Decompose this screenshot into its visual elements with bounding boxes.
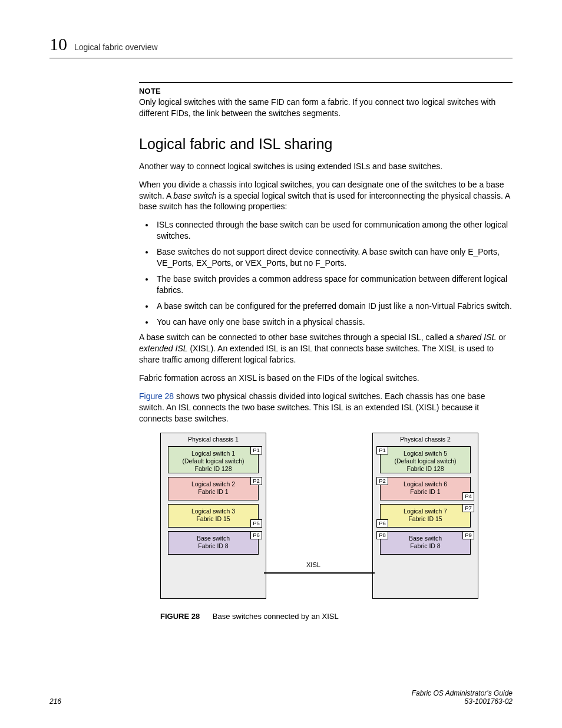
page-number: 216: [49, 697, 61, 706]
xisl-label: XISL: [306, 561, 320, 568]
bullet-list: ISLs connected through the base switch c…: [154, 219, 513, 327]
ls-line: (Default logical switch): [394, 457, 456, 465]
xisl-connection-line: [264, 572, 375, 574]
port-p2: P2: [376, 477, 388, 485]
port-p4: P4: [462, 492, 474, 500]
paragraph-3: A base switch can be connected to other …: [139, 332, 513, 365]
ls-line: Logical switch 7: [404, 508, 447, 515]
ls-line: Base switch: [409, 535, 442, 542]
logical-switch-7: Logical switch 7 Fabric ID 15 P6 P7: [380, 504, 471, 528]
ls-line: (Default logical switch): [182, 457, 244, 465]
list-item: The base switch provides a common addres…: [154, 274, 513, 296]
p3-ital1: shared ISL: [457, 332, 497, 342]
note-rule: [139, 82, 513, 83]
ls-line: Base switch: [197, 535, 230, 542]
chassis1-title: Physical chassis 1: [161, 436, 266, 443]
chassis2-title: Physical chassis 2: [373, 436, 478, 443]
ls-line: Fabric ID 15: [408, 515, 442, 522]
paragraph-5: Figure 28 shows two physical chassis div…: [139, 391, 513, 424]
ls-line: Logical switch 1: [191, 450, 235, 457]
list-item: You can have only one base switch in a p…: [154, 317, 513, 328]
logical-switch-3: Logical switch 3 Fabric ID 15 P5: [168, 504, 259, 528]
logical-switch-5: Logical switch 5 (Default logical switch…: [380, 446, 471, 473]
p3-a: A base switch can be connected to other …: [139, 332, 457, 342]
port-p1: P1: [250, 446, 262, 454]
ls-line: Fabric ID 8: [198, 542, 228, 549]
ls-line: Logical switch 6: [404, 480, 447, 487]
note-label: NOTE: [139, 87, 513, 95]
ls-line: Fabric ID 128: [194, 465, 232, 472]
port-p9: P9: [462, 531, 474, 539]
ls-line: Fabric ID 1: [198, 488, 228, 495]
p3-ital2: extended ISL: [139, 344, 188, 353]
logical-switch-1: Logical switch 1 (Default logical switch…: [168, 446, 259, 473]
physical-chassis-2: Physical chassis 2 Logical switch 5 (Def…: [372, 433, 478, 599]
p2-italic: base switch: [173, 191, 216, 200]
ls-line: Logical switch 5: [404, 450, 447, 457]
list-item: A base switch can be configured for the …: [154, 301, 513, 312]
ls-line: Fabric ID 15: [196, 515, 230, 522]
port-p6: P6: [376, 519, 388, 528]
ls-line: Fabric ID 128: [406, 465, 444, 472]
ls-line: Fabric ID 8: [410, 542, 440, 549]
doc-title: Fabric OS Administrator's Guide: [412, 689, 513, 697]
section-heading: Logical fabric and ISL sharing: [139, 136, 513, 153]
p5-rest: shows two physical chassis divided into …: [139, 391, 485, 423]
port-p1: P1: [376, 446, 388, 454]
figure-caption: FIGURE 28 Base switches connected by an …: [160, 612, 513, 621]
figure-28: Physical chassis 1 Logical switch 1 (Def…: [160, 433, 513, 621]
logical-switch-6: Logical switch 6 Fabric ID 1 P2 P4: [380, 477, 471, 500]
note-body: Only logical switches with the same FID …: [139, 97, 513, 119]
port-p5: P5: [250, 519, 262, 528]
physical-chassis-1: Physical chassis 1 Logical switch 1 (Def…: [160, 433, 266, 599]
p3-c: (XISL). An extended ISL is an ISL that c…: [139, 344, 494, 364]
port-p6: P6: [250, 531, 262, 539]
chapter-number: 10: [49, 34, 67, 54]
list-item: ISLs connected through the base switch c…: [154, 219, 513, 242]
ls-line: Logical switch 3: [191, 508, 235, 515]
ls-line: Logical switch 2: [191, 480, 235, 487]
p3-b: or: [496, 332, 505, 342]
list-item: Base switches do not support direct devi…: [154, 246, 513, 269]
header-rule: [49, 58, 513, 58]
page-header: 10 Logical fabric overview: [49, 34, 513, 54]
page-footer: 216 Fabric OS Administrator's Guide 53-1…: [49, 689, 513, 706]
base-switch-2: Base switch Fabric ID 8 P8 P9: [380, 531, 471, 555]
header-title: Logical fabric overview: [74, 42, 158, 52]
paragraph-4: Fabric formation across an XISL is based…: [139, 373, 513, 384]
port-p7: P7: [462, 504, 474, 512]
footer-right: Fabric OS Administrator's Guide 53-10017…: [412, 689, 513, 706]
figure-reference-link[interactable]: Figure 28: [139, 391, 174, 401]
figure-caption-text: Base switches connected by an XISL: [213, 612, 339, 621]
port-p2: P2: [250, 477, 262, 485]
doc-number: 53-1001763-02: [412, 697, 513, 706]
paragraph-1: Another way to connect logical switches …: [139, 161, 513, 172]
base-switch-1: Base switch Fabric ID 8 P6: [168, 531, 259, 555]
paragraph-2: When you divide a chassis into logical s…: [139, 179, 513, 213]
figure-number: FIGURE 28: [160, 612, 200, 621]
content-column: NOTE Only logical switches with the same…: [139, 82, 513, 621]
ls-line: Fabric ID 1: [410, 488, 440, 495]
logical-switch-2: Logical switch 2 Fabric ID 1 P2: [168, 477, 259, 500]
port-p8: P8: [376, 531, 388, 539]
diagram: Physical chassis 1 Logical switch 1 (Def…: [160, 433, 478, 604]
